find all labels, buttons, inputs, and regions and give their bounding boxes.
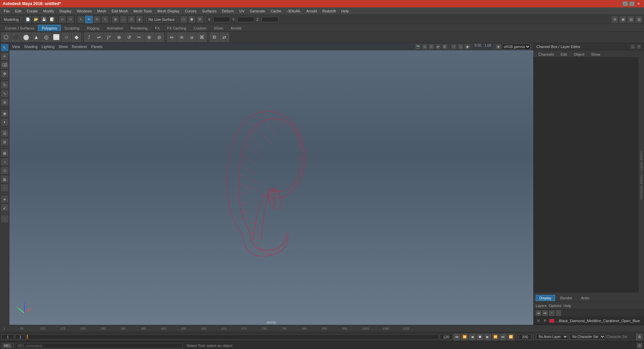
layers-tab[interactable]: Layers	[536, 304, 547, 308]
attribute-editor-label[interactable]: Attribute Editor / Layer Editor	[639, 57, 644, 293]
shelf-bevel-icon[interactable]: ◸	[104, 33, 114, 42]
shelf-loop-icon[interactable]: ↺	[124, 33, 134, 42]
shelf-tab-animation[interactable]: Animation	[103, 25, 127, 31]
save-btn[interactable]: 💾	[40, 16, 48, 23]
y-input[interactable]	[237, 17, 254, 22]
menu-deform[interactable]: Deform	[219, 8, 236, 14]
vp-frame-btn[interactable]: ⊡	[428, 44, 434, 50]
shelf-tab-custom[interactable]: Custom	[190, 25, 210, 31]
mel-command-input[interactable]	[15, 343, 183, 348]
vp-color-btn[interactable]: ◉	[495, 44, 501, 50]
shelf-multi-cut-icon[interactable]: ✂	[135, 33, 144, 42]
layer-color-swatch[interactable]	[549, 319, 554, 323]
shelf-bridge-icon[interactable]: ⇌	[94, 33, 104, 42]
close-button[interactable]: ✕	[636, 1, 641, 6]
step-back-btn[interactable]: ⏪	[461, 334, 468, 340]
menu-windows[interactable]: Windows	[74, 8, 94, 14]
render-tab[interactable]: Render	[556, 295, 576, 301]
menu-curves[interactable]: Curves	[182, 8, 199, 14]
vp-gamma-select[interactable]: sRGB gamma	[502, 44, 531, 50]
mode-dropdown[interactable]: Modeling	[1, 16, 21, 22]
shelf-tab-arnold[interactable]: Arnold	[227, 25, 245, 31]
help-tab[interactable]: Help	[564, 304, 571, 308]
shelf-merge-icon[interactable]: ⊕	[114, 33, 124, 42]
menu-3dtoall[interactable]: -3DtoAll-	[284, 8, 303, 14]
shelf-tab-rendering[interactable]: Rendering	[127, 25, 151, 31]
shelf-smooth-icon[interactable]: ≋	[177, 33, 186, 42]
new-file-btn[interactable]: 📄	[24, 16, 32, 23]
shelf-fill-hole-icon[interactable]: ⊘	[155, 33, 164, 42]
menu-surfaces[interactable]: Surfaces	[200, 8, 219, 14]
soft-mod-tool[interactable]: ◉	[1, 109, 9, 117]
vp-smooth-btn[interactable]: ◼	[464, 44, 470, 50]
ipr-btn[interactable]: ⬢	[188, 16, 196, 23]
shelf-cone-icon[interactable]: ▲	[32, 33, 41, 42]
window-controls[interactable]: ─ □ ✕	[623, 1, 641, 6]
shelf-tab-polygons[interactable]: Polygons	[38, 25, 60, 31]
vp-menu-view[interactable]: View	[12, 45, 20, 49]
sculpt-tool[interactable]: ✦	[1, 118, 9, 126]
panel-close-btn[interactable]: ×	[637, 44, 641, 49]
menu-redshift[interactable]: Redshift	[320, 8, 338, 14]
vp-camera-btn[interactable]: 📷	[415, 44, 421, 50]
shelf-transfer-attr-icon[interactable]: ⇄	[220, 33, 229, 42]
extra-btn[interactable]: ···	[1, 215, 9, 223]
no-live-surface-label[interactable]: No Live Surface	[146, 16, 177, 22]
step-fwd-btn[interactable]: ⏩	[492, 334, 499, 340]
shelf-torus-icon[interactable]: ◎	[42, 33, 51, 42]
shelf-prism-icon[interactable]: ◆	[72, 33, 81, 42]
scale-tool[interactable]: ⤡	[1, 90, 9, 98]
vp-isolate-btn[interactable]: ◎	[422, 44, 428, 50]
redo-btn[interactable]: ↪	[67, 16, 74, 23]
play-back-btn[interactable]: ◀	[469, 334, 476, 340]
shelf-tab-rigging[interactable]: Rigging	[83, 25, 103, 31]
layer-forward-btn[interactable]: ⏭	[542, 310, 548, 316]
open-file-btn[interactable]: 📂	[32, 16, 40, 23]
menu-mesh-display[interactable]: Mesh Display	[155, 8, 182, 14]
edit-tab[interactable]: Edit	[558, 52, 570, 57]
stop-btn[interactable]: ⏹	[477, 334, 483, 340]
menu-edit[interactable]: Edit	[13, 8, 24, 14]
menu-create[interactable]: Create	[24, 8, 40, 14]
layer-remove-btn[interactable]: -	[556, 310, 561, 316]
shelf-sphere-icon[interactable]: ⬡	[1, 33, 11, 42]
menu-modify[interactable]: Modify	[41, 8, 56, 14]
timeline-scrubber[interactable]	[27, 335, 439, 339]
x-input[interactable]	[213, 17, 230, 22]
vp-grid-display-btn[interactable]: ⬡	[451, 44, 457, 50]
shelf-target-weld-icon[interactable]: ⊗	[145, 33, 154, 42]
shelf-conform-icon[interactable]: ⌘	[197, 33, 207, 42]
mel-label[interactable]: MEL	[1, 343, 14, 348]
z-input[interactable]	[262, 17, 278, 22]
render-settings-btn[interactable]: ⚙	[196, 16, 204, 23]
display-tab[interactable]: Display	[536, 295, 555, 301]
shelf-boolean-icon[interactable]: ⊎	[187, 33, 197, 42]
shelf-cylinder-icon[interactable]: ⬤	[21, 33, 31, 42]
undo-btn[interactable]: ↩	[59, 16, 66, 23]
paint-skin-btn[interactable]: 🖌	[1, 204, 9, 212]
shelf-mirror-icon[interactable]: ⇔	[167, 33, 176, 42]
menu-mesh[interactable]: Mesh	[95, 8, 109, 14]
uv-btn[interactable]: ⊡	[1, 166, 9, 174]
vp-menu-shading[interactable]: Shading	[24, 45, 38, 49]
go-to-start-btn[interactable]: ⏮	[453, 334, 460, 340]
snap-point-btn[interactable]: ⊙	[128, 16, 135, 23]
menu-display[interactable]: Display	[57, 8, 74, 14]
menu-generate[interactable]: Generate	[248, 8, 268, 14]
menu-help[interactable]: Help	[339, 8, 351, 14]
vp-menu-lighting[interactable]: Lighting	[42, 45, 55, 49]
snap-curve-btn[interactable]: ⌓	[120, 16, 127, 23]
vertex-color-btn[interactable]: ▩	[1, 149, 9, 157]
menu-mesh-tools[interactable]: Mesh Tools	[131, 8, 154, 14]
vp-menu-show[interactable]: Show	[59, 45, 68, 49]
script-editor-btn[interactable]: ⚙	[637, 343, 643, 349]
viewport[interactable]: View Shading Lighting Show Renderer Pane…	[9, 43, 533, 325]
loop-btn[interactable]: 🔁	[507, 334, 514, 340]
move-tool[interactable]: ✥	[1, 70, 9, 78]
menu-arnold[interactable]: Arnold	[304, 8, 319, 14]
shelf-tab-fx-caching[interactable]: FX Caching	[163, 25, 190, 31]
paint-tool[interactable]: ✏	[1, 52, 9, 60]
snap-surface-btn[interactable]: ◈	[136, 16, 143, 23]
save-as-btn[interactable]: 📝	[48, 16, 56, 23]
layout-btn3[interactable]: ▥	[635, 16, 643, 23]
